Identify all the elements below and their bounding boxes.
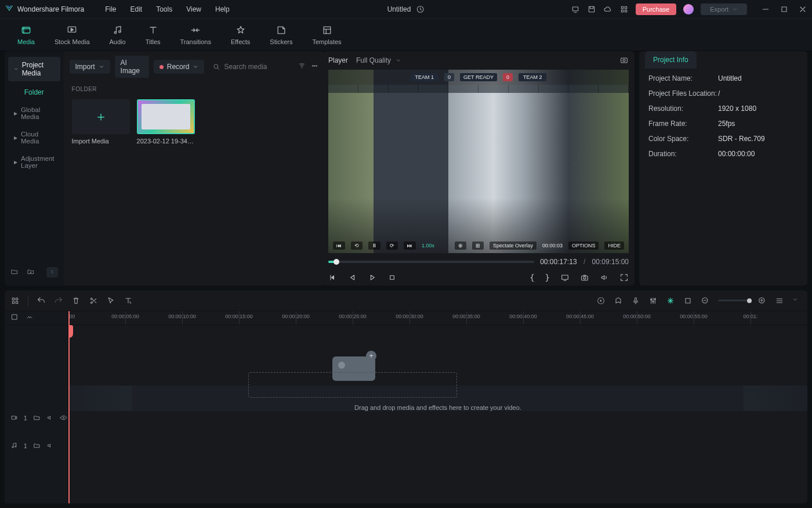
search-input[interactable]	[224, 63, 293, 71]
sidebar-item-adj-layer[interactable]: ▸Adjustment Layer	[5, 150, 64, 174]
svg-rect-4	[625, 6, 626, 8]
timeline-tracks[interactable]: 00:00 00:00:05:00 00:00:10:00 00:00:15:0…	[68, 311, 807, 503]
prev-frame-icon[interactable]	[328, 273, 338, 282]
maximize-icon[interactable]	[780, 5, 789, 14]
nav-stock-media[interactable]: Stock Media	[52, 22, 92, 48]
crop-icon[interactable]	[683, 296, 693, 305]
project-media-header[interactable]: Project Media	[8, 57, 60, 81]
cloud-icon[interactable]	[603, 5, 612, 14]
select-tool-icon[interactable]	[106, 296, 115, 305]
link-tracks-icon[interactable]	[10, 313, 19, 323]
new-folder-icon[interactable]	[27, 268, 35, 278]
user-avatar[interactable]	[683, 4, 694, 15]
zoom-out-icon[interactable]	[701, 296, 710, 305]
text-tool-icon[interactable]	[124, 296, 133, 305]
time-ruler[interactable]: 00:00 00:00:05:00 00:00:10:00 00:00:15:0…	[68, 311, 807, 325]
svg-point-39	[63, 417, 64, 418]
media-clip-tile[interactable]: 2023-02-12 19-34-47	[137, 99, 195, 145]
audio-track-head[interactable]: 1	[5, 434, 68, 457]
track-size-icon[interactable]	[775, 296, 784, 305]
project-info-tab[interactable]: Project Info	[645, 51, 697, 69]
zoom-slider[interactable]	[718, 300, 749, 301]
nav-label: Stickers	[270, 38, 292, 45]
menu-tools[interactable]: Tools	[149, 2, 179, 17]
import-dropdown[interactable]: Import	[70, 60, 110, 74]
nav-media[interactable]: Media	[15, 22, 37, 48]
playhead[interactable]	[68, 311, 70, 503]
mute-icon[interactable]	[46, 442, 54, 451]
snapshot-icon[interactable]	[580, 273, 589, 282]
layout-icon[interactable]	[10, 296, 20, 305]
search-media[interactable]	[209, 63, 293, 71]
magnet-icon[interactable]	[26, 313, 34, 323]
history-icon[interactable]	[415, 5, 425, 14]
menu-view[interactable]: View	[179, 2, 208, 17]
device-icon[interactable]	[571, 5, 580, 14]
timeline-toolbar	[5, 290, 807, 311]
transitions-icon	[190, 24, 201, 36]
audio-mixer-icon[interactable]	[648, 296, 658, 305]
sidebar-item-global[interactable]: ▸Global Media	[5, 101, 64, 125]
nav-titles[interactable]: Titles	[143, 22, 163, 48]
zoom-in-icon[interactable]	[757, 296, 767, 305]
mute-icon[interactable]	[46, 414, 54, 423]
purchase-button[interactable]: Purchase	[636, 3, 676, 15]
plus-icon: ＋	[95, 108, 107, 125]
split-icon[interactable]	[89, 296, 98, 305]
info-row: Duration:00:00:00:00	[648, 150, 798, 158]
video-preview[interactable]: TEAM 1 0 GET READY 0 TEAM 2 ⏮⟲⏸⟳⏭ 1.00x …	[328, 70, 629, 253]
import-media-tile[interactable]: ＋ Import Media	[72, 99, 130, 145]
ai-image-button[interactable]: AI Image	[115, 56, 149, 78]
track-options-icon[interactable]	[792, 296, 802, 305]
nav-effects[interactable]: Effects	[229, 22, 252, 48]
menu-file[interactable]: File	[98, 2, 123, 17]
nav-transitions[interactable]: Transitions	[178, 22, 213, 48]
mark-out-icon[interactable]: }	[545, 273, 550, 282]
nav-audio[interactable]: Audio	[107, 22, 128, 48]
mark-in-icon[interactable]: {	[530, 273, 534, 282]
grid-icon[interactable]	[619, 5, 629, 14]
quality-select[interactable]: Full Quality	[356, 56, 401, 64]
play-icon[interactable]	[368, 273, 377, 282]
render-preview-icon[interactable]	[596, 296, 606, 305]
marker-icon[interactable]	[614, 296, 623, 305]
record-dropdown[interactable]: Record	[154, 60, 205, 74]
nav-templates[interactable]: Templates	[310, 22, 343, 48]
preview-scrubber[interactable]	[328, 261, 534, 263]
volume-icon[interactable]	[600, 273, 609, 282]
folder-tab[interactable]: Folder	[5, 84, 64, 101]
nav-stickers[interactable]: Stickers	[267, 22, 295, 48]
scrubber-row: 00:00:17:13 / 00:09:15:00	[328, 258, 629, 266]
minimize-icon[interactable]	[761, 5, 770, 14]
play-backward-icon[interactable]	[348, 273, 357, 282]
delete-icon[interactable]	[71, 296, 81, 305]
effects-icon	[235, 24, 246, 36]
display-mode-icon[interactable]	[560, 273, 570, 282]
export-button[interactable]: Export	[701, 3, 747, 15]
drop-zone[interactable]	[248, 372, 457, 398]
stock-icon	[66, 24, 78, 36]
video-track-head[interactable]: 1	[5, 405, 68, 431]
close-icon[interactable]	[798, 5, 807, 14]
voiceover-icon[interactable]	[631, 296, 640, 305]
folder-icon[interactable]	[33, 442, 41, 451]
more-icon[interactable]	[311, 62, 318, 71]
snapshot-settings-icon[interactable]	[619, 56, 629, 65]
stop-icon[interactable]	[387, 273, 397, 282]
player-tab[interactable]: Player	[328, 56, 348, 64]
folder-icon[interactable]	[33, 414, 41, 423]
visibility-icon[interactable]	[60, 414, 67, 423]
sidebar-item-cloud[interactable]: ▸Cloud Media	[5, 125, 64, 150]
redo-icon[interactable]	[54, 296, 63, 305]
fullscreen-icon[interactable]	[619, 273, 629, 282]
menu-help[interactable]: Help	[208, 2, 237, 17]
save-icon[interactable]	[587, 5, 596, 14]
menu-edit[interactable]: Edit	[124, 2, 150, 17]
undo-icon[interactable]	[37, 296, 46, 305]
collapse-sidebar-icon[interactable]	[46, 267, 58, 278]
svg-rect-12	[324, 27, 331, 34]
auto-ripple-icon[interactable]	[666, 296, 675, 305]
folder-open-icon[interactable]	[10, 268, 19, 278]
svg-rect-23	[12, 298, 14, 300]
filter-icon[interactable]	[298, 62, 306, 71]
